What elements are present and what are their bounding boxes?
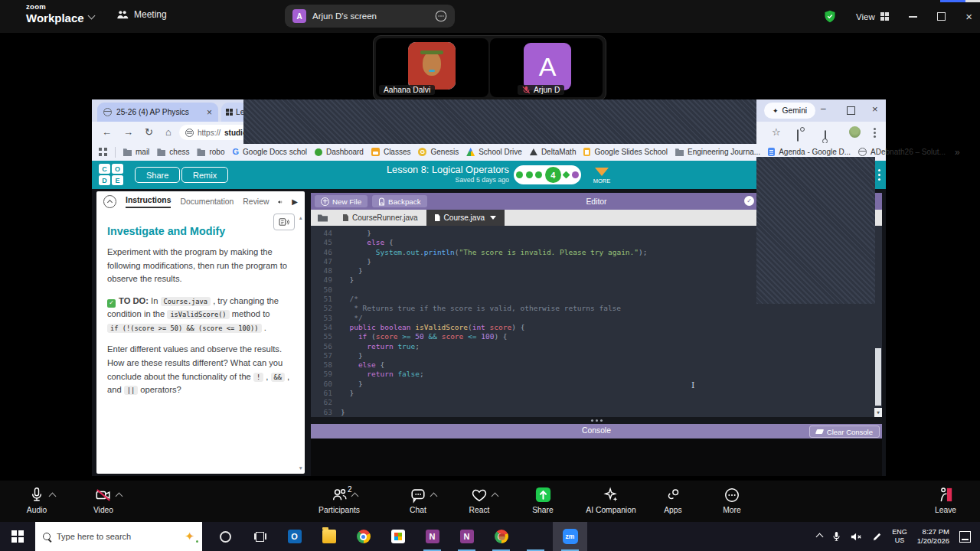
- toolbar-react[interactable]: React: [445, 484, 514, 514]
- console-output[interactable]: [311, 439, 882, 476]
- chevron-down-icon[interactable]: [88, 12, 96, 20]
- bookmark-item[interactable]: robo: [197, 148, 224, 156]
- chevron-down-icon[interactable]: [490, 216, 496, 220]
- address-bar[interactable]: https://studio.co: [179, 125, 253, 140]
- meeting-tab[interactable]: Meeting: [116, 9, 167, 20]
- taskbar-clock[interactable]: 8:27 PM 1/20/2026: [917, 527, 949, 546]
- toolbar-participants[interactable]: 2Participants: [305, 484, 374, 514]
- tab-documentation[interactable]: Documentation: [180, 197, 234, 206]
- profile-avatar[interactable]: [849, 126, 861, 138]
- tray-expand-icon[interactable]: [816, 533, 824, 540]
- speaker-icon[interactable]: [278, 197, 283, 207]
- extensions-icon[interactable]: [797, 129, 799, 142]
- header-menu-icon[interactable]: [878, 174, 880, 176]
- progress-dot[interactable]: 4: [545, 167, 561, 183]
- back-icon[interactable]: ←: [102, 126, 112, 139]
- progress-dot[interactable]: [572, 171, 579, 178]
- tab-instructions[interactable]: Instructions: [126, 196, 171, 208]
- bookmark-item[interactable]: GGenesis: [418, 148, 459, 156]
- progress-dot[interactable]: [535, 171, 542, 178]
- browser-minimize-button[interactable]: –: [821, 103, 826, 114]
- play-icon[interactable]: ▶: [292, 197, 298, 206]
- clear-console-button[interactable]: Clear Console: [809, 425, 880, 438]
- toolbar-video[interactable]: Video: [69, 484, 138, 514]
- tray-mic-icon[interactable]: [832, 531, 841, 542]
- progress-dot[interactable]: [526, 171, 533, 178]
- bookmark-item[interactable]: Classes: [371, 148, 411, 156]
- share-button[interactable]: Share: [135, 167, 180, 183]
- gemini-window-tab[interactable]: ✦ Gemini: [764, 103, 815, 119]
- taskbar-search[interactable]: Type here to search ✦: [35, 522, 202, 551]
- site-settings-icon[interactable]: [185, 129, 194, 137]
- bookmark-item[interactable]: ADebnath26 – Solut...: [858, 148, 946, 156]
- immersive-reader-button[interactable]: [273, 214, 295, 230]
- taskbar-store[interactable]: [381, 522, 415, 551]
- taskbar-outlook[interactable]: O: [277, 522, 312, 551]
- toolbar-more[interactable]: More: [697, 484, 766, 514]
- bookmarks-overflow-icon[interactable]: »: [955, 147, 960, 158]
- tab-close-icon[interactable]: ×: [207, 107, 212, 118]
- browser-close-button[interactable]: ×: [872, 103, 878, 115]
- progress-dot[interactable]: [516, 171, 523, 178]
- remix-button[interactable]: Remix: [181, 167, 228, 183]
- taskbar-chrome-profile[interactable]: [484, 522, 518, 551]
- taskbar-onenote-2[interactable]: N: [449, 522, 484, 551]
- bookmark-item[interactable]: GGoogle Docs schol: [232, 148, 307, 156]
- screen-share-tab[interactable]: A Arjun D's screen: [285, 5, 455, 28]
- minimize-button[interactable]: [909, 16, 917, 18]
- bookmark-item[interactable]: Google Slides School: [583, 148, 668, 156]
- home-icon[interactable]: ⌂: [165, 126, 172, 139]
- scroll-up-icon[interactable]: ▲: [299, 215, 303, 220]
- close-button[interactable]: ×: [965, 11, 972, 22]
- bookmark-item[interactable]: chess: [157, 148, 189, 156]
- bookmark-item[interactable]: Engineering Journa...: [675, 148, 760, 156]
- bookmark-item[interactable]: mail: [123, 148, 149, 156]
- search-highlights-icon[interactable]: ✦: [185, 530, 194, 543]
- tab-review[interactable]: Review: [243, 197, 269, 206]
- toolbar-audio[interactable]: Audio: [2, 484, 71, 514]
- taskbar-onenote[interactable]: N: [415, 522, 449, 551]
- bookmark-item[interactable]: Dashboard: [315, 148, 364, 156]
- speaker-muted-icon[interactable]: [851, 532, 862, 542]
- folder-icon[interactable]: [318, 214, 328, 222]
- security-shield-icon[interactable]: [824, 10, 836, 23]
- progress-dot[interactable]: [563, 171, 570, 179]
- taskbar-chrome[interactable]: [346, 522, 381, 551]
- toolbar-chat[interactable]: Chat: [384, 484, 452, 514]
- taskbar-settings[interactable]: [518, 522, 553, 551]
- toolbar-leave[interactable]: Leave: [911, 484, 980, 514]
- action-center-icon[interactable]: [959, 531, 971, 543]
- participant-video[interactable]: Aahana Dalvi: [376, 38, 488, 97]
- bookmark-item[interactable]: [99, 148, 107, 156]
- file-tab-course[interactable]: Course.java: [426, 210, 505, 226]
- new-file-button[interactable]: New File: [315, 195, 368, 207]
- taskbar-task-view[interactable]: [243, 522, 277, 551]
- taskbar-cortana[interactable]: [208, 522, 243, 551]
- bookmark-item[interactable]: Agenda - Google D...: [768, 148, 851, 156]
- collapse-icon[interactable]: [103, 195, 116, 208]
- taskbar-zoom-app[interactable]: zm: [553, 522, 587, 551]
- reload-icon[interactable]: ↻: [145, 126, 153, 139]
- maximize-button[interactable]: [937, 12, 946, 21]
- browser-maximize-button[interactable]: [847, 106, 855, 115]
- forward-icon[interactable]: →: [123, 126, 133, 139]
- participant-video[interactable]: A Arjun D: [490, 38, 603, 97]
- reading-mode-icon[interactable]: [825, 130, 826, 142]
- start-button[interactable]: [0, 522, 35, 551]
- scrollbar-thumb[interactable]: [875, 348, 881, 406]
- file-tab-courserunner[interactable]: CourseRunner.java: [335, 210, 426, 226]
- language-indicator[interactable]: ENG US: [892, 528, 907, 546]
- scroll-down-icon[interactable]: ▼: [299, 465, 303, 471]
- pen-icon[interactable]: [872, 532, 882, 542]
- view-button[interactable]: View: [856, 12, 889, 21]
- check-circle-icon[interactable]: ✓: [744, 196, 754, 206]
- bookmark-star-icon[interactable]: ☆: [772, 126, 781, 138]
- bookmark-item[interactable]: DeltaMath: [530, 148, 577, 156]
- more-options-icon[interactable]: [435, 10, 447, 22]
- toolbar-ai-companion[interactable]: AI Companion: [577, 484, 645, 514]
- toolbar-share[interactable]: Share: [508, 484, 577, 514]
- panel-resize-handle[interactable]: [311, 417, 882, 424]
- browser-menu-icon[interactable]: [874, 132, 876, 134]
- bookmark-item[interactable]: School Drive: [466, 148, 522, 156]
- scrollbar-down-icon[interactable]: ▼: [874, 408, 882, 417]
